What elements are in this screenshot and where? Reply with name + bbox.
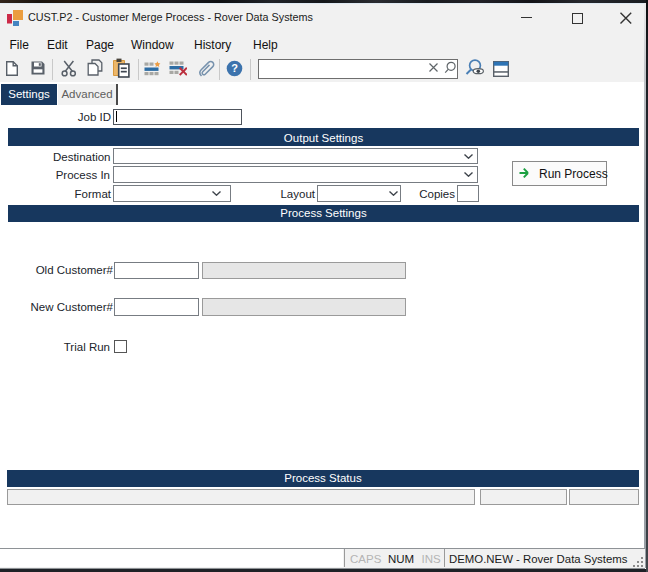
svg-text:?: ? (231, 62, 238, 74)
